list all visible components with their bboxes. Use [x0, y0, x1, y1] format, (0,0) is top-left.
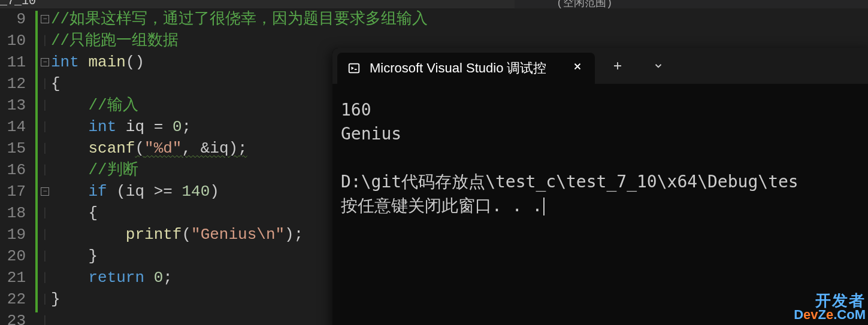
fold-gutter: │ — [39, 159, 51, 181]
terminal-icon — [347, 61, 361, 75]
line-number: 21 — [0, 267, 26, 288]
cursor — [543, 198, 545, 215]
svg-rect-0 — [349, 64, 359, 73]
console-tab[interactable]: Microsoft Visual Studio 调试控 — [337, 53, 595, 84]
fold-gutter: │ — [39, 224, 51, 245]
fold-gutter[interactable]: − — [39, 187, 51, 196]
console-tabbar: Microsoft Visual Studio 调试控 — [332, 48, 868, 84]
fold-gutter: │ — [39, 245, 51, 267]
console-tab-title: Microsoft Visual Studio 调试控 — [370, 59, 561, 77]
line-number: 22 — [0, 288, 26, 310]
line-number: 16 — [0, 159, 26, 181]
line-number: 10 — [0, 30, 26, 51]
fold-gutter[interactable]: − — [39, 58, 51, 66]
fold-gutter: │ — [39, 202, 51, 224]
fold-gutter[interactable]: − — [39, 15, 51, 23]
line-number: 23 — [0, 310, 26, 325]
line-number-gutter: 91011121314151617181920212223 — [0, 8, 33, 325]
fold-gutter: │ — [39, 138, 51, 159]
right-panel-header: (空闲范围) — [515, 0, 868, 8]
fold-gutter: │ — [39, 95, 51, 116]
fold-gutter: │ — [39, 267, 51, 288]
console-output[interactable]: 160 Genius D:\git代码存放点\test_c\test_7_10\… — [332, 84, 868, 232]
fold-gutter: │ — [39, 73, 51, 95]
line-number: 14 — [0, 116, 26, 138]
console-tab-actions — [595, 48, 681, 84]
fold-gutter: │ — [39, 310, 51, 325]
line-number: 17 — [0, 181, 26, 202]
fold-collapse-icon[interactable]: − — [41, 187, 49, 196]
line-number: 20 — [0, 245, 26, 267]
new-tab-button[interactable] — [606, 54, 630, 78]
line-number: 12 — [0, 73, 26, 95]
close-icon[interactable] — [570, 61, 585, 75]
line-number: 9 — [0, 8, 26, 30]
line-number: 18 — [0, 202, 26, 224]
line-number: 13 — [0, 95, 26, 116]
debug-console-window[interactable]: Microsoft Visual Studio 调试控 160 Genius D… — [332, 48, 868, 325]
fold-collapse-icon[interactable]: − — [41, 15, 49, 23]
fold-gutter: │ — [39, 116, 51, 138]
fold-gutter: │ — [39, 288, 51, 310]
line-number: 11 — [0, 51, 26, 73]
filename-partial: _7_10 — [0, 0, 36, 8]
fold-gutter: │ — [39, 30, 51, 51]
code-line[interactable]: −//如果这样写，通过了很侥幸，因为题目要求多组输入 — [39, 8, 868, 30]
line-number: 19 — [0, 224, 26, 245]
watermark: 开发者 DevZe.CoM — [794, 293, 866, 321]
line-number: 15 — [0, 138, 26, 159]
tab-dropdown-button[interactable] — [646, 54, 670, 78]
fold-collapse-icon[interactable]: − — [41, 58, 49, 66]
